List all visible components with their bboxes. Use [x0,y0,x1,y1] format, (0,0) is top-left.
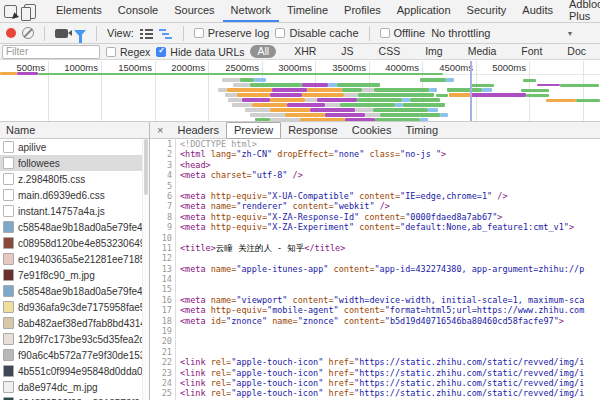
line-number: 23 [150,368,172,378]
document-icon [3,157,14,169]
details-tab-timing[interactable]: Timing [398,123,445,138]
request-row[interactable]: da8e974dc_m.jpg [0,379,149,395]
device-toolbar-icon[interactable] [24,4,36,19]
request-row[interactable]: 12b9f7c173be93c5d35fea2d… [0,331,149,347]
code-line: <title>云瞳 关注的人 - 知乎</title> [180,243,600,253]
scrollbar-thumb[interactable] [144,139,148,195]
filter-pill-js[interactable]: JS [334,45,360,58]
request-row[interactable]: z.298480f5.css [0,171,149,187]
filter-pill-font[interactable]: Font [514,45,549,58]
filter-funnel-icon[interactable] [74,30,86,37]
code-token: > [441,149,446,159]
tab-audits[interactable]: Audits [514,0,561,22]
details-tab-preview[interactable]: Preview [226,122,281,139]
tab-application[interactable]: Application [389,0,459,22]
request-row[interactable]: instant.14757a4a.js [0,203,149,219]
code-token: "0000fdaed8a7ab67" [405,212,497,222]
code-token: http-equiv= [206,212,267,222]
request-row[interactable]: c08958d120be4e853230649… [0,235,149,251]
preserve-log-checkbox[interactable]: Preserve log [194,27,270,39]
request-row[interactable]: 8ab482aef38ed7fab8bd4314… [0,315,149,331]
camera-icon[interactable] [55,29,68,38]
tab-adblock-plus[interactable]: Adblock Plus [561,0,600,22]
code-token: dropEffect= [272,149,333,159]
tab-network[interactable]: Network [223,0,279,22]
filter-pill-all[interactable]: All [250,45,276,58]
code-token: content= [328,264,374,274]
filter-pill-doc[interactable]: Doc [560,45,593,58]
request-row[interactable]: f90a6c4b572a77e9f30de153… [0,347,149,363]
tab-elements[interactable]: Elements [48,0,110,22]
network-overview[interactable]: 500ms1000ms1500ms2000ms2500ms3000ms3500m… [0,61,600,122]
throttling-select[interactable]: No throttling [431,27,490,39]
request-row[interactable]: 8d936afa9c3de7175958fae5… [0,299,149,315]
filter-pill-media[interactable]: Media [461,45,504,58]
inspect-element-icon[interactable] [4,5,17,18]
code-token: "none" [334,149,365,159]
request-name: 4b551c0f994e95848d0dda09… [18,366,149,377]
code-line: <meta charset="utf-8" /> [180,170,600,180]
hide-data-urls-checkbox[interactable]: Hide data URLs [156,46,244,58]
clear-icon[interactable] [22,27,34,39]
image-thumbnail-icon [3,381,14,393]
waterfall-bar [240,78,254,82]
chevron-down-icon[interactable]: ▼ [566,30,573,37]
waterfall-bar [270,98,305,102]
tab-console[interactable]: Console [110,0,166,22]
details-tab-cookies[interactable]: Cookies [345,123,399,138]
code-token: content= [359,212,405,222]
offline-checkbox[interactable]: Offline [380,27,426,39]
disable-cache-checkbox[interactable]: Disable cache [275,27,358,39]
request-row[interactable]: c58548ae9b18ad0a5e79fe4e… [0,283,149,299]
request-row[interactable]: 604859508f08ec8313573f0e7… [0,395,149,400]
code-token: rel= [206,368,232,378]
tab-sources[interactable]: Sources [166,0,222,22]
filter-input[interactable] [2,45,100,59]
tab-timeline[interactable]: Timeline [279,0,336,22]
tab-security[interactable]: Security [459,0,515,22]
code-token: href= [323,357,354,367]
waterfall-bar [355,108,373,112]
close-icon[interactable]: × [150,124,170,136]
tab-profiles[interactable]: Profiles [336,0,389,22]
code-token: <title> [180,243,216,253]
filter-pill-css[interactable]: CSS [372,45,408,58]
filter-pill-img[interactable]: Img [418,45,450,58]
name-column-header[interactable]: Name [0,122,149,139]
regex-checkbox[interactable]: Regex [106,46,150,58]
request-row[interactable]: ec1940365a5e21281ee71856… [0,251,149,267]
preview-code-area[interactable]: 1234567891011121314151617181920212223242… [150,139,600,400]
details-tab-headers[interactable]: Headers [170,123,226,138]
code-token: "b5d19d40716546ba80460cd58facfe97" [385,316,559,326]
record-icon[interactable] [6,28,16,38]
divider [183,26,184,41]
waterfall-bar [17,72,38,75]
request-row[interactable]: 4b551c0f994e95848d0dda09… [0,363,149,379]
code-line [180,253,600,263]
code-token: "format=html5;url=https://www.zhihu.com [385,305,585,315]
filter-pill-xhr[interactable]: XHR [287,45,323,58]
view-waterfall-icon[interactable] [159,28,173,39]
request-row[interactable]: main.d6939ed6.css [0,187,149,203]
code-token: "apple-touch-icon" [231,357,323,367]
request-row[interactable]: 7e91f8c90_m.jpg [0,267,149,283]
request-name: f90a6c4b572a77e9f30de153… [18,350,149,361]
waterfall-bar [232,103,252,107]
waterfall-bar [317,98,357,102]
line-number: 15 [150,284,172,294]
checkbox-icon [380,28,390,38]
code-token: <meta [180,316,206,326]
code-line: <link rel="apple-touch-icon" href="https… [180,357,600,367]
code-token: "zh-CN" [236,149,272,159]
scrollbar[interactable] [142,139,149,400]
request-row[interactable]: apilive [0,139,149,155]
request-row[interactable]: followees [0,155,149,171]
details-tab-response[interactable]: Response [281,123,345,138]
code-token: class= [364,149,400,159]
view-list-icon[interactable] [140,28,153,39]
request-row[interactable]: c58548ae9b18ad0a5e79fe4e… [0,219,149,235]
code-token: rel= [206,378,232,388]
code-line: <link rel="apple-touch-icon" href="https… [180,368,600,378]
preserve-log-label: Preserve log [208,27,270,39]
waterfall-bar [560,84,599,87]
